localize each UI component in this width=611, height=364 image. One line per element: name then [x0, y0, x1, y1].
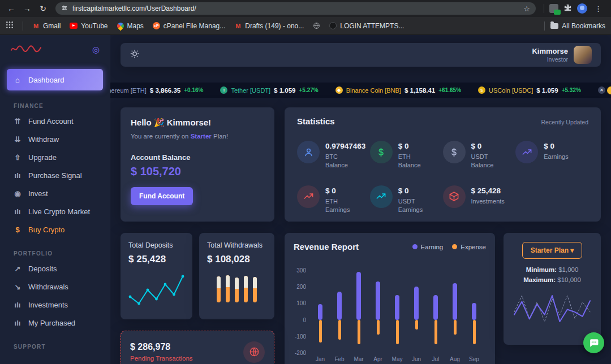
- coin-name: Ethereum [ETH]: [110, 87, 147, 94]
- divider: [23, 21, 23, 31]
- bookmark-gmail[interactable]: MGmail: [32, 22, 61, 30]
- revenue-legend: Earning Expense: [412, 244, 486, 250]
- plan-name-link[interactable]: Starter: [191, 133, 212, 140]
- xrp-coin-icon: ✕: [598, 86, 605, 94]
- sidebar-item-invest[interactable]: ◉Invest: [7, 185, 103, 202]
- plan-maximum: Maximum: $10,000: [511, 276, 593, 283]
- coin-price: $ 3,866.35: [150, 87, 180, 94]
- coin-change: +5.27%: [299, 87, 318, 93]
- sidebar-item-withdraw[interactable]: ⇊Withdraw: [7, 131, 103, 148]
- sidebar-item-label: Invest: [28, 189, 48, 198]
- coin-name: USCoin [USDC]: [489, 87, 533, 94]
- back-icon[interactable]: ←: [5, 2, 18, 15]
- apps-grid-icon[interactable]: [6, 21, 14, 31]
- cpanel-icon: cP: [153, 22, 160, 29]
- browser-actions: ⋮: [541, 3, 606, 14]
- sidebar-item-withdrawals[interactable]: ↘Withdrawals: [7, 278, 103, 295]
- extension-icon[interactable]: [549, 4, 558, 13]
- ticker-item-eth[interactable]: ◆ Ethereum [ETH] $ 3,866.35 +0.16%: [110, 86, 203, 94]
- sidebar-item-purchase-signal[interactable]: ılıPurchase Signal: [7, 167, 103, 184]
- user-avatar[interactable]: [574, 46, 592, 64]
- url-input[interactable]: firstcapitalmarketllc.com/UserDashboard/…: [55, 2, 536, 15]
- earning-dot-icon: [412, 244, 418, 249]
- trend-up-icon: [370, 185, 393, 208]
- profile-avatar[interactable]: [577, 3, 587, 14]
- bookmark-cpanel[interactable]: cPcPanel File Manag...: [153, 22, 225, 30]
- menu-kebab-icon[interactable]: ⋮: [592, 5, 604, 13]
- market-bars-icon: ılı: [13, 207, 22, 216]
- month-label: May: [388, 356, 407, 362]
- revenue-header: Revenue Report Earning Expense: [294, 242, 486, 252]
- stat-btc-balance: 0.97947463BTC Balance: [297, 141, 370, 170]
- earning-bar: [395, 295, 399, 320]
- stat-label: USDT Balance: [471, 153, 506, 170]
- user-menu[interactable]: Kimmorse Investor: [532, 46, 592, 64]
- brand-row: ◎: [0, 35, 110, 64]
- sidebar-item-fund-account[interactable]: ⇈Fund Account: [7, 112, 103, 129]
- stat-usdt-balance: $ 0USDT Balance: [443, 141, 516, 170]
- site-settings-icon[interactable]: [61, 5, 68, 13]
- stat-label: Investments: [471, 197, 505, 206]
- sidebar-item-investments[interactable]: ılıInvestments: [7, 296, 103, 313]
- user-role: Investor: [532, 56, 568, 63]
- month-label: Jan: [311, 356, 330, 362]
- bookmark-globe[interactable]: [313, 22, 320, 29]
- bookmark-maps[interactable]: Maps: [117, 22, 144, 30]
- theme-toggle-sun-icon[interactable]: [130, 49, 140, 61]
- section-heading-portfolio: PORTFOLIO: [14, 250, 96, 257]
- coin-price: $ 1.059: [274, 87, 295, 94]
- usdt-coin-icon: T: [220, 86, 227, 94]
- refresh-icon[interactable]: ↻: [36, 2, 50, 15]
- y-tick-label: 100: [288, 300, 306, 306]
- forward-icon[interactable]: →: [20, 2, 34, 15]
- y-tick-label: -200: [288, 350, 306, 356]
- all-bookmarks[interactable]: All Bookmarks: [550, 22, 605, 30]
- bookmark-login-attempts[interactable]: LOGIN ATTEMPTS...: [329, 22, 404, 30]
- earning-bar: [433, 295, 438, 320]
- sidebar-item-upgrade[interactable]: ⇧Upgrade: [7, 149, 103, 166]
- sidebar-item-my-purchased[interactable]: ılıMy Purchased: [7, 314, 103, 331]
- deposits-value: $ 25,428: [128, 254, 184, 265]
- coin-change: +5.32%: [562, 87, 581, 93]
- ticker-item-bnb[interactable]: ◆ Binance Coin [BNB] $ 1,158.41 +61.65%: [335, 86, 461, 94]
- bookmark-drafts[interactable]: MDrafts (149) - ono...: [234, 22, 304, 30]
- bookmark-star-icon[interactable]: ☆: [523, 5, 530, 13]
- user-icon: [297, 141, 320, 163]
- bars-icon: ılı: [13, 319, 22, 327]
- invest-icon: ◉: [13, 189, 22, 198]
- coin-change: +0.16%: [184, 87, 203, 93]
- sidebar-item-label: Fund Account: [28, 117, 74, 125]
- sidebar-item-live-crypto-market[interactable]: ılıLive Crypto Market: [7, 203, 103, 220]
- greeting-title: Hello 🎉 Kimmorse!: [131, 118, 264, 128]
- month-label: Apr: [368, 356, 388, 362]
- ticker-item-usdc[interactable]: $ USCoin [USDC] $ 1.059 +5.32%: [478, 86, 581, 94]
- statistics-updated: Recently Updated: [541, 119, 588, 125]
- extensions-puzzle-icon[interactable]: [563, 3, 572, 14]
- sidebar-item-dashboard[interactable]: ⌂ Dashboard: [7, 69, 103, 90]
- brand-logo[interactable]: [10, 44, 42, 56]
- ticker-item-usdt[interactable]: T Tether [USDT] $ 1.059 +5.27%: [220, 86, 318, 94]
- stat-earnings: $ 0Earnings: [515, 141, 588, 170]
- sidebar-item-label: My Purchased: [28, 319, 75, 327]
- bookmark-youtube[interactable]: YouTube: [70, 22, 107, 30]
- globe-icon: [313, 22, 320, 29]
- coin-change: +61.65%: [438, 87, 461, 93]
- app: ◎ ⌂ Dashboard FINANCE ⇈Fund Account ⇊Wit…: [0, 35, 611, 364]
- earning-bar: [453, 283, 457, 319]
- greeting-card: Hello 🎉 Kimmorse! You are currently on S…: [121, 107, 274, 222]
- sidebar-item-buy-crypto[interactable]: $Buy Crypto: [7, 221, 103, 238]
- trend-up-icon: ↗: [13, 265, 22, 273]
- sidebar-collapse-toggle-icon[interactable]: ◎: [92, 45, 100, 55]
- coin-name: Tether [USDT]: [231, 87, 270, 94]
- candle-cap: [253, 277, 257, 288]
- pending-value: $ 286,978: [130, 342, 193, 352]
- sidebar-item-label: Investments: [28, 301, 68, 309]
- starter-plan-dropdown[interactable]: Starter Plan ▾: [522, 242, 583, 259]
- deposits-title: Total Deposits: [128, 241, 184, 250]
- earning-bar: [356, 272, 361, 320]
- stat-label: USDT Earnings: [398, 197, 433, 214]
- chat-button[interactable]: [583, 332, 604, 353]
- fund-account-button[interactable]: Fund Account: [131, 187, 193, 205]
- month-label: Feb: [330, 356, 349, 362]
- sidebar-item-deposits[interactable]: ↗Deposits: [7, 260, 103, 277]
